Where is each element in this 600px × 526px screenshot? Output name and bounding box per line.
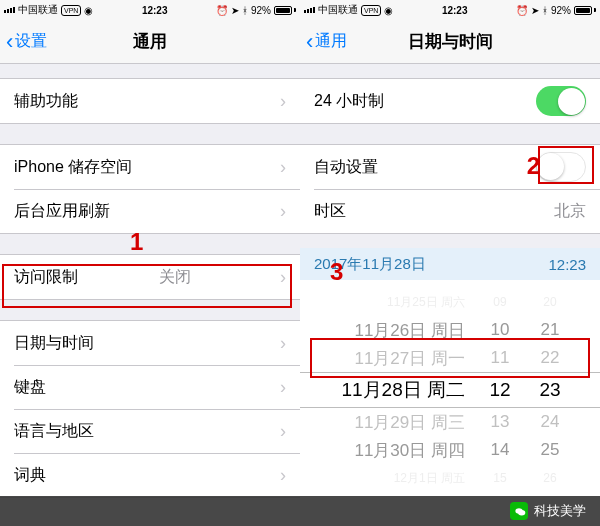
selected-date-header: 2017年11月28日 12:23 [300,248,600,280]
navbar: ‹ 通用 日期与时间 [300,20,600,64]
location-icon: ➤ [231,5,239,16]
chevron-right-icon: › [280,157,286,178]
annotation-3: 3 [330,258,343,286]
row-lang-region[interactable]: 语言与地区› [0,409,300,453]
wifi-icon: ◉ [384,5,393,16]
chevron-right-icon: › [280,267,286,288]
row-background-refresh[interactable]: 后台应用刷新› [0,189,300,233]
battery-icon [274,6,296,15]
signal-icon [4,7,15,13]
status-time: 12:23 [393,5,516,16]
back-button[interactable]: ‹ 通用 [300,31,347,53]
annotation-2: 2 [527,152,540,180]
carrier-label: 中国联通 [18,3,58,17]
back-button[interactable]: ‹ 设置 [0,31,47,53]
status-bar: 中国联通 VPN ︎◉ 12:23 ⏰ ➤ ᚼ 92% [0,0,300,20]
alarm-icon: ⏰ [216,5,228,16]
chevron-right-icon: › [280,333,286,354]
status-time: 12:23 [93,5,216,16]
back-label: 设置 [15,31,47,52]
location-icon: ➤ [531,5,539,16]
chevron-right-icon: › [280,465,286,486]
toggle-24h[interactable] [536,86,586,116]
row-keyboard[interactable]: 键盘› [0,365,300,409]
chevron-right-icon: › [280,421,286,442]
row-accessibility[interactable]: 辅助功能› [0,79,300,123]
row-dictionary[interactable]: 词典› [0,453,300,497]
bluetooth-icon: ᚼ [542,5,548,16]
row-timezone[interactable]: 时区 北京 [300,189,600,233]
date-time-picker[interactable]: 11月25日 周六0920 11月26日 周日1021 11月27日 周一112… [300,280,600,500]
chevron-left-icon: ‹ [306,31,313,53]
signal-icon [304,7,315,13]
annotation-1: 1 [130,228,143,256]
battery-pct: 92% [551,5,571,16]
chevron-right-icon: › [280,377,286,398]
screen-general: 中国联通 VPN ︎◉ 12:23 ⏰ ➤ ᚼ 92% ‹ 设置 通用 辅助功能… [0,0,300,500]
alarm-icon: ⏰ [516,5,528,16]
chevron-right-icon: › [280,91,286,112]
row-restrictions[interactable]: 访问限制关闭› [0,255,300,299]
watermark-text: 科技美学 [534,502,586,520]
chevron-right-icon: › [280,201,286,222]
navbar: ‹ 设置 通用 [0,20,300,64]
wechat-icon [510,502,528,520]
toggle-auto-set[interactable] [536,152,586,182]
bluetooth-icon: ᚼ [242,5,248,16]
back-label: 通用 [315,31,347,52]
row-auto-set: 自动设置 [300,145,600,189]
watermark-banner: 科技美学 [0,496,600,526]
screen-date-time: 中国联通 VPN ◉ 12:23 ⏰ ➤ ᚼ 92% ‹ 通用 日期与时间 24… [300,0,600,500]
battery-pct: 92% [251,5,271,16]
picker-selected-row: 11月28日 周二1223 [300,372,600,408]
carrier-label: 中国联通 [318,3,358,17]
chevron-left-icon: ‹ [6,31,13,53]
wifi-icon: ︎◉ [84,5,93,16]
vpn-badge: VPN [361,5,381,16]
row-storage[interactable]: iPhone 储存空间› [0,145,300,189]
row-24h: 24 小时制 [300,79,600,123]
status-bar: 中国联通 VPN ◉ 12:23 ⏰ ➤ ᚼ 92% [300,0,600,20]
battery-icon [574,6,596,15]
vpn-badge: VPN [61,5,81,16]
row-date-time[interactable]: 日期与时间› [0,321,300,365]
